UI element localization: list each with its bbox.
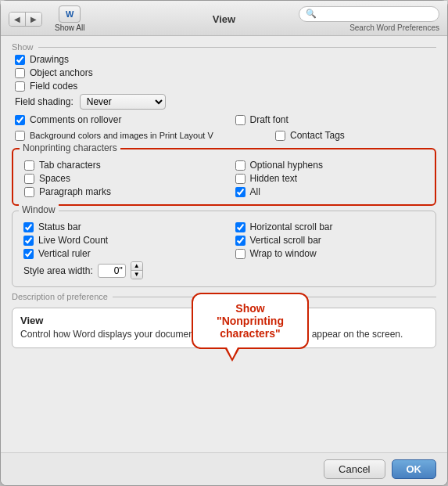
hidden-text-label: Hidden text: [250, 173, 298, 184]
style-area-input[interactable]: [98, 264, 126, 278]
paragraph-marks-row: Paragraph marks: [21, 186, 217, 197]
show-all-button[interactable]: W Show All: [55, 5, 84, 32]
comments-rollover-label: Comments on rollover: [30, 114, 121, 125]
show-section-label: Show: [12, 42, 34, 52]
status-bar-row: Status bar: [20, 221, 217, 232]
horizontal-scroll-label: Horizontal scroll bar: [250, 221, 333, 232]
spaces-label: Spaces: [39, 173, 70, 184]
field-shading-row: Field shading: Never Always When selecte…: [12, 94, 436, 110]
object-anchors-label: Object anchors: [30, 67, 93, 78]
back-button[interactable]: ◀: [9, 13, 26, 26]
comments-draft-row: Comments on rollover Draft font: [12, 112, 436, 128]
style-area-row: Style area width: ▲ ▼: [20, 261, 217, 279]
live-word-count-checkbox[interactable]: [23, 236, 34, 246]
status-bar-checkbox[interactable]: [23, 222, 34, 232]
status-bar-label: Status bar: [38, 221, 81, 232]
tab-characters-checkbox[interactable]: [24, 160, 34, 171]
wrap-to-window-label: Wrap to window: [250, 248, 317, 259]
spaces-checkbox[interactable]: [24, 174, 34, 184]
title-bar: ◀ ▶ W Show All View 🔍 Search Word Prefer…: [1, 1, 447, 36]
window-left-col: Status bar Live Word Count Vertical rule…: [20, 219, 217, 282]
window-title: View: [213, 13, 235, 25]
all-row: All: [232, 186, 428, 197]
word-icon: W: [66, 9, 73, 19]
tab-characters-label: Tab characters: [39, 160, 101, 171]
contact-tags-label: Contact Tags: [290, 130, 345, 141]
spinner-down[interactable]: ▼: [131, 271, 142, 279]
wrap-to-window-row: Wrap to window: [232, 248, 428, 259]
search-word-prefs-label: Search Word Preferences: [349, 23, 439, 32]
paragraph-marks-label: Paragraph marks: [39, 186, 111, 197]
vertical-ruler-checkbox[interactable]: [23, 249, 34, 259]
spaces-row: Spaces: [21, 173, 217, 184]
drawings-checkbox[interactable]: [15, 55, 25, 65]
description-section-label: Description of preference: [12, 292, 108, 301]
window-group: Window Status bar Live Word Count Vertic…: [12, 211, 436, 287]
live-word-count-row: Live Word Count: [20, 235, 217, 246]
vertical-scroll-checkbox[interactable]: [235, 236, 246, 246]
comments-rollover-row: Comments on rollover: [12, 114, 217, 125]
background-colors-label: Background colors and images in Print La…: [30, 131, 213, 140]
optional-hyphens-checkbox[interactable]: [235, 160, 246, 171]
all-label: All: [250, 186, 260, 197]
hidden-text-checkbox[interactable]: [235, 174, 246, 184]
background-colors-checkbox[interactable]: [15, 131, 25, 141]
bg-contact-row: Background colors and images in Print La…: [12, 128, 436, 143]
object-anchors-row: Object anchors: [12, 67, 436, 78]
draft-font-checkbox[interactable]: [235, 115, 246, 125]
contact-tags-row: Contact Tags: [272, 130, 436, 141]
content-area: Show Drawings Object anchors Field codes…: [1, 36, 447, 452]
forward-button[interactable]: ▶: [26, 13, 41, 26]
horizontal-scroll-checkbox[interactable]: [235, 222, 246, 232]
drawings-label: Drawings: [30, 54, 69, 65]
field-codes-label: Field codes: [30, 81, 77, 92]
optional-hyphens-row: Optional hyphens: [232, 160, 428, 171]
window-right-col: Horizontal scroll bar Vertical scroll ba…: [232, 219, 428, 282]
all-checkbox[interactable]: [235, 187, 246, 197]
speech-bubble: Show "Nonprinting characters": [192, 293, 309, 349]
vertical-scroll-label: Vertical scroll bar: [250, 235, 321, 246]
optional-hyphens-label: Optional hyphens: [250, 160, 323, 171]
spinner-up[interactable]: ▲: [131, 262, 142, 271]
contact-tags-checkbox[interactable]: [275, 131, 285, 141]
nonprinting-cols: Tab characters Spaces Paragraph marks: [21, 154, 427, 200]
draft-font-row: Draft font: [232, 114, 437, 125]
style-area-spinner[interactable]: ▲ ▼: [131, 261, 143, 279]
nonprinting-label: Nonprinting characters: [20, 142, 120, 153]
background-colors-row: Background colors and images in Print La…: [12, 130, 256, 141]
nonprinting-right-col: Optional hyphens Hidden text All: [232, 157, 428, 200]
horizontal-scroll-row: Horizontal scroll bar: [232, 221, 428, 232]
field-codes-row: Field codes: [12, 81, 436, 92]
hidden-text-row: Hidden text: [232, 173, 428, 184]
draft-font-label: Draft font: [250, 114, 289, 125]
search-icon: 🔍: [306, 9, 317, 19]
show-all-label: Show All: [55, 23, 84, 32]
bubble-text: Show "Nonprinting characters": [217, 302, 284, 340]
style-area-label: Style area width:: [23, 265, 93, 276]
window-group-label: Window: [19, 204, 59, 215]
field-shading-select[interactable]: Never Always When selected: [80, 94, 166, 110]
ok-button[interactable]: OK: [392, 459, 437, 479]
cancel-button[interactable]: Cancel: [324, 459, 385, 479]
wrap-to-window-checkbox[interactable]: [235, 249, 246, 259]
nonprinting-group: Nonprinting characters Tab characters Sp…: [12, 148, 436, 206]
nonprinting-left-col: Tab characters Spaces Paragraph marks: [21, 157, 217, 200]
search-area: 🔍 Search Word Preferences: [299, 6, 439, 32]
nonprinting-section-wrapper: Nonprinting characters Tab characters Sp…: [12, 148, 436, 206]
vertical-ruler-row: Vertical ruler: [20, 248, 217, 259]
field-shading-label: Field shading:: [15, 96, 73, 107]
nav-arrows[interactable]: ◀ ▶: [9, 12, 42, 27]
object-anchors-checkbox[interactable]: [15, 68, 25, 78]
paragraph-marks-checkbox[interactable]: [24, 187, 34, 197]
search-box[interactable]: 🔍: [299, 6, 439, 22]
show-all-icon: W: [59, 5, 81, 23]
vertical-ruler-label: Vertical ruler: [38, 248, 91, 259]
tab-characters-row: Tab characters: [21, 160, 217, 171]
comments-rollover-checkbox[interactable]: [15, 115, 25, 125]
show-section: Show Drawings Object anchors Field codes…: [12, 42, 436, 143]
window: ◀ ▶ W Show All View 🔍 Search Word Prefer…: [0, 0, 448, 486]
field-codes-checkbox[interactable]: [15, 81, 25, 92]
drawings-row: Drawings: [12, 54, 436, 65]
speech-bubble-container: Show "Nonprinting characters": [192, 293, 309, 349]
search-input[interactable]: [320, 9, 421, 20]
